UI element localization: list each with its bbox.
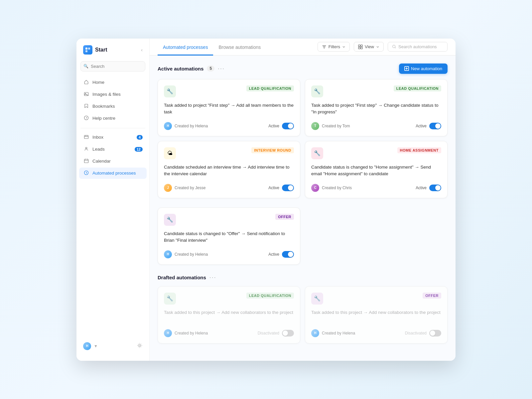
active-section-dots[interactable]: ··· — [218, 65, 225, 72]
card-2-status-label: Active — [416, 124, 427, 128]
drafted-section-dots[interactable]: ··· — [209, 274, 216, 281]
user-info[interactable]: H ▼ — [83, 342, 98, 350]
card-3-status: Active — [268, 185, 294, 191]
sidebar-item-calendar-label: Calendar — [92, 159, 111, 164]
card-3-description: Candidate scheduled an interview time → … — [164, 164, 294, 179]
sidebar-footer: H ▼ — [76, 338, 149, 354]
svg-rect-1 — [88, 48, 90, 50]
draft-1-status: Disactivated — [258, 330, 294, 336]
card-3-toggle[interactable] — [282, 185, 294, 191]
tab-automated-processes[interactable]: Automated processes — [158, 39, 213, 56]
card-4-creator: C Created by Chris — [311, 184, 352, 192]
svg-point-7 — [85, 147, 87, 149]
draft-2-toggle[interactable] — [429, 330, 441, 336]
card-3-icon: 🌤 — [164, 147, 176, 159]
sidebar-collapse-icon[interactable]: ‹ — [141, 47, 143, 53]
card-5-icon: 🔧 — [164, 214, 176, 226]
draft-1-icon: 🔧 — [164, 293, 176, 305]
card-1-status: Active — [268, 123, 294, 129]
sidebar-item-automated-processes[interactable]: Automated processes — [79, 168, 147, 179]
sidebar-nav-group1: Home Images & files Book — [76, 77, 149, 125]
sidebar-logo: Start ‹ — [76, 45, 149, 61]
sidebar-search-input[interactable] — [80, 61, 145, 71]
automation-card-2: 🔧 LEAD QUALIFICATION Task added to proje… — [305, 79, 448, 136]
card-1-toggle[interactable] — [282, 123, 294, 129]
tabs-right: Filters View — [318, 39, 448, 55]
automation-card-5: 🔧 OFFER Candidate status is changed to "… — [158, 207, 300, 265]
card-5-toggle[interactable] — [282, 251, 294, 258]
sidebar-item-inbox-label: Inbox — [92, 135, 103, 140]
sidebar-search-icon: 🔍 — [83, 64, 88, 68]
calendar-icon — [83, 158, 89, 164]
draft-2-icon: 🔧 — [311, 293, 323, 305]
search-automations-box[interactable]: Search automations — [388, 42, 448, 52]
nav-divider — [80, 128, 145, 128]
automated-processes-icon — [83, 170, 89, 176]
draft-2-description: Task added to this project → Add new col… — [311, 309, 441, 324]
svg-rect-12 — [361, 45, 362, 46]
card-4-creator-name: Created by Chris — [322, 186, 352, 190]
sidebar-item-leads-label: Leads — [92, 147, 105, 152]
card-4-status-label: Active — [416, 186, 427, 190]
sidebar-item-bookmarks-label: Bookmarks — [92, 104, 115, 109]
view-button[interactable]: View — [354, 42, 384, 52]
automation-card-1: 🔧 LEAD QUALIFICATION Task added to proje… — [158, 79, 300, 136]
inbox-badge: 4 — [137, 135, 143, 140]
sidebar-item-home[interactable]: Home — [79, 77, 147, 88]
sidebar-item-leads[interactable]: Leads 12 — [79, 144, 147, 155]
active-automations-title: Active automations — [158, 66, 203, 71]
sidebar-search-wrapper: 🔍 — [80, 61, 145, 71]
settings-icon[interactable] — [137, 342, 143, 350]
app-title: Start — [95, 47, 107, 53]
card-2-toggle[interactable] — [429, 123, 441, 129]
sidebar-item-help[interactable]: Help centre — [79, 113, 147, 124]
images-icon — [83, 91, 89, 97]
card-4-avatar: C — [311, 184, 319, 192]
draft-2-top: 🔧 OFFER — [311, 293, 441, 305]
card-2-top: 🔧 LEAD QUALIFICATION — [311, 85, 441, 97]
draft-1-status-label: Disactivated — [258, 331, 279, 335]
svg-rect-8 — [84, 159, 88, 163]
draft-1-footer: H Created by Helena Disactivated — [164, 329, 294, 337]
card-5-tag: OFFER — [275, 214, 294, 220]
card-2-description: Task added to project "First step" → Cha… — [311, 102, 441, 117]
card-4-top: 🔧 HOME ASSIGNMENT — [311, 147, 441, 159]
sidebar-item-calendar[interactable]: Calendar — [79, 156, 147, 167]
active-cards-grid: 🔧 LEAD QUALIFICATION Task added to proje… — [158, 79, 448, 198]
draft-2-status: Disactivated — [405, 330, 441, 336]
inbox-icon — [83, 134, 89, 140]
draft-1-toggle[interactable] — [282, 330, 294, 336]
card-4-toggle[interactable] — [429, 185, 441, 191]
new-automation-button[interactable]: New automation — [399, 64, 448, 74]
drafted-automations-header: Drafted automations ··· — [158, 274, 448, 281]
card-1-creator-name: Created by Helena — [175, 124, 208, 128]
card-1-top: 🔧 LEAD QUALIFICATION — [164, 85, 294, 97]
sidebar-item-inbox[interactable]: Inbox 4 — [79, 132, 147, 143]
svg-point-5 — [84, 116, 88, 120]
svg-rect-13 — [358, 47, 360, 49]
card-5-creator: H Created by Helena — [164, 250, 208, 258]
svg-rect-11 — [358, 45, 360, 46]
sidebar-item-images-label: Images & files — [92, 92, 121, 97]
filters-button[interactable]: Filters — [318, 42, 350, 52]
tab-browse-automations[interactable]: Browse automations — [213, 39, 266, 56]
card-2-icon: 🔧 — [311, 85, 323, 97]
app-window: Start ‹ 🔍 Home — [76, 39, 456, 361]
home-icon — [83, 79, 89, 85]
card-3-tag: INTERVIEW ROUND — [251, 147, 294, 153]
draft-1-description: Task added to this project → Add new col… — [164, 309, 294, 324]
card-4-icon: 🔧 — [311, 147, 323, 159]
draft-2-tag: OFFER — [423, 293, 441, 299]
drafted-automations-title: Drafted automations — [158, 275, 206, 280]
sidebar-item-images[interactable]: Images & files — [79, 89, 147, 100]
section-title-drafted: Drafted automations ··· — [158, 274, 216, 281]
sidebar-item-bookmarks[interactable]: Bookmarks — [79, 101, 147, 112]
active-automations-header: Active automations 5 ··· New automation — [158, 64, 448, 74]
draft-2-creator-name: Created by Helena — [322, 331, 355, 335]
card-1-description: Task added to project "First step" → Add… — [164, 102, 294, 117]
bookmarks-icon — [83, 103, 89, 109]
automation-card-3: 🌤 INTERVIEW ROUND Candidate scheduled an… — [158, 141, 300, 198]
main-content: Automated processes Browse automations F… — [150, 39, 456, 361]
card-3-creator-name: Created by Jesse — [175, 186, 205, 190]
drafted-card-2: 🔧 OFFER Task added to this project → Add… — [305, 286, 448, 343]
